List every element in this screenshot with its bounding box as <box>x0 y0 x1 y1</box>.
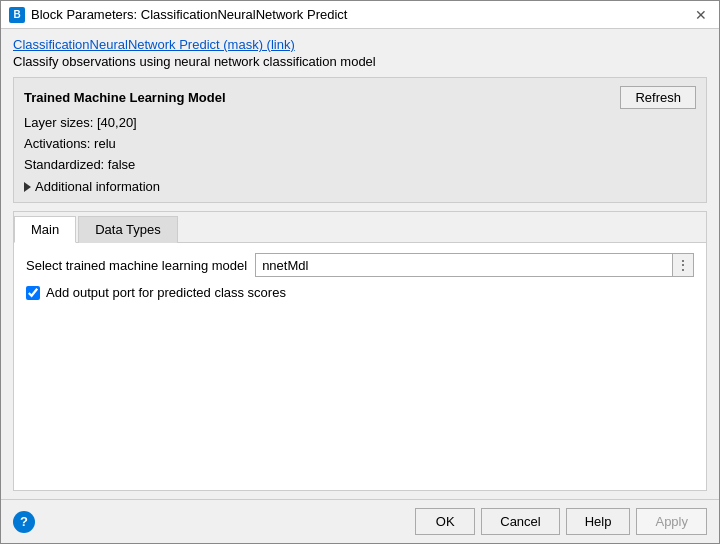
bottom-bar: ? OK Cancel Help Apply <box>1 499 719 543</box>
class-scores-checkbox[interactable] <box>26 286 40 300</box>
triangle-icon <box>24 182 31 192</box>
model-field-label: Select trained machine learning model <box>26 258 247 273</box>
main-window: B Block Parameters: ClassificationNeural… <box>0 0 720 544</box>
model-field-row: Select trained machine learning model ⋮ <box>26 253 694 277</box>
layer-sizes: Layer sizes: [40,20] <box>24 113 696 134</box>
bottom-left: ? <box>13 511 35 533</box>
class-scores-label[interactable]: Add output port for predicted class scor… <box>46 285 286 300</box>
tab-main[interactable]: Main <box>14 216 76 243</box>
additional-info-label: Additional information <box>35 179 160 194</box>
close-button[interactable]: ✕ <box>691 5 711 25</box>
block-link[interactable]: ClassificationNeuralNetwork Predict (mas… <box>13 37 707 52</box>
model-info-header: Trained Machine Learning Model Refresh <box>24 86 696 109</box>
standardized: Standardized: false <box>24 155 696 176</box>
cancel-button[interactable]: Cancel <box>481 508 559 535</box>
tabs-section: Main Data Types Select trained machine l… <box>13 211 707 491</box>
title-bar: B Block Parameters: ClassificationNeural… <box>1 1 719 29</box>
tabs-header: Main Data Types <box>14 212 706 243</box>
activations: Activations: relu <box>24 134 696 155</box>
tab-content-main: Select trained machine learning model ⋮ … <box>14 243 706 490</box>
content-area: ClassificationNeuralNetwork Predict (mas… <box>1 29 719 499</box>
additional-info-toggle[interactable]: Additional information <box>24 179 696 194</box>
model-input-group: ⋮ <box>255 253 694 277</box>
model-input[interactable] <box>255 253 672 277</box>
apply-button[interactable]: Apply <box>636 508 707 535</box>
block-description: Classify observations using neural netwo… <box>13 54 707 69</box>
window-title: Block Parameters: ClassificationNeuralNe… <box>31 7 347 22</box>
tab-data-types[interactable]: Data Types <box>78 216 178 243</box>
title-bar-left: B Block Parameters: ClassificationNeural… <box>9 7 347 23</box>
model-info-title: Trained Machine Learning Model <box>24 90 226 105</box>
checkbox-row: Add output port for predicted class scor… <box>26 285 694 300</box>
bottom-buttons: OK Cancel Help Apply <box>415 508 707 535</box>
help-icon-button[interactable]: ? <box>13 511 35 533</box>
refresh-button[interactable]: Refresh <box>620 86 696 109</box>
help-button[interactable]: Help <box>566 508 631 535</box>
model-dots-button[interactable]: ⋮ <box>672 253 694 277</box>
window-icon: B <box>9 7 25 23</box>
model-info-details: Layer sizes: [40,20] Activations: relu S… <box>24 113 696 175</box>
ok-button[interactable]: OK <box>415 508 475 535</box>
model-info-section: Trained Machine Learning Model Refresh L… <box>13 77 707 203</box>
